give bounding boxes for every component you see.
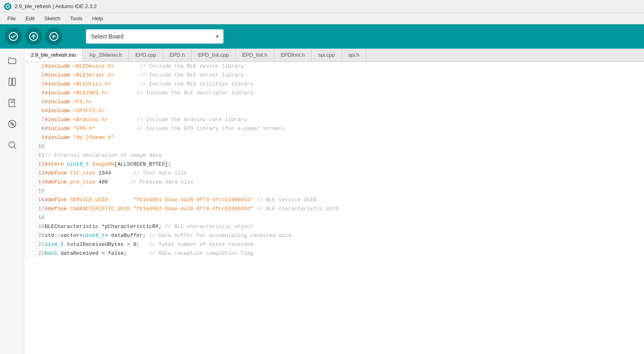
tab-epd-cpp[interactable]: EPD.cpp — [129, 49, 163, 62]
line-number: 11 — [24, 151, 45, 160]
line-number: 1 — [24, 62, 45, 71]
line-code[interactable]: BLECharacteristic *pCharacteristicRX; //… — [45, 222, 644, 231]
line-number: 21 — [24, 240, 45, 249]
menu-item-file[interactable]: File — [3, 15, 20, 22]
line-number: 14 — [24, 178, 45, 187]
line-number: 19 — [24, 222, 45, 231]
books-icon[interactable] — [5, 96, 19, 110]
line-code[interactable]: #include <FS.h> — [45, 98, 644, 107]
line-code[interactable]: #define txt_size 1944 // Text data size — [45, 169, 644, 178]
line-code[interactable]: #include <BLE2902.h> // Include the BLE … — [45, 89, 644, 98]
line-number: 7 — [24, 115, 45, 124]
line-code[interactable]: #include <SPIFFS.h> — [45, 107, 644, 115]
line-number: 22 — [24, 249, 45, 258]
table-row: 2 #include <BLEServer.h> // Include the … — [24, 71, 644, 80]
table-row: 15 — [24, 187, 644, 196]
line-number: 6 — [24, 107, 45, 115]
table-row: 17 #define CHARACTERISTIC_UUID "fb1e4002… — [24, 205, 644, 213]
line-number: 2 — [24, 71, 45, 80]
search-icon[interactable] — [5, 138, 19, 152]
tab-ap29demo[interactable]: Ap_29demo.h — [83, 49, 129, 62]
main-layout: 2.9_ble_refresh.ino Ap_29demo.h EPD.cpp … — [0, 49, 644, 354]
code-table: 1 #include <BLEDevice.h> // Include the … — [24, 62, 644, 258]
table-row: 4 #include <BLE2902.h> // Include the BL… — [24, 89, 644, 98]
line-number: 15 — [24, 187, 45, 196]
table-row: 8 #include "EPD.h" // Include the EPD li… — [24, 124, 644, 133]
line-number: 4 — [24, 89, 45, 98]
tab-spi-cpp[interactable]: spi.cpp — [311, 49, 341, 62]
line-code[interactable]: #include "EPD.h" // Include the EPD libr… — [45, 124, 644, 133]
svg-marker-4 — [53, 35, 56, 38]
table-row: 7 #include <Arduino.h> // Include the Ar… — [24, 115, 644, 124]
line-number: 18 — [24, 213, 45, 222]
table-row: 6 #include <SPIFFS.h> — [24, 107, 644, 115]
table-row: 14 #define pre_size 480 // Preview data … — [24, 178, 644, 187]
svg-rect-6 — [13, 78, 15, 85]
menu-bar: FileEditSketchToolsHelp — [0, 13, 644, 24]
line-number: 13 — [24, 169, 45, 178]
line-number: 16 — [24, 196, 45, 205]
line-number: 10 — [24, 142, 45, 151]
board-select-wrapper[interactable]: Select Board — [66, 29, 224, 44]
line-code[interactable]: // External declaration of image data — [45, 151, 644, 160]
tab-ble-refresh[interactable]: 2.9_ble_refresh.ino — [24, 49, 83, 62]
menu-item-sketch[interactable]: Sketch — [40, 15, 64, 22]
table-row: 20 std::vector<uint8_t> dataBuffer; // D… — [24, 231, 644, 240]
svg-rect-5 — [9, 78, 12, 85]
toolbar: Select Board — [0, 24, 644, 49]
table-row: 1 #include <BLEDevice.h> // Include the … — [24, 62, 644, 71]
line-code[interactable]: size_t totalReceivedBytes = 0; // Total … — [45, 240, 644, 249]
line-number: 20 — [24, 231, 45, 240]
app-logo — [4, 3, 11, 10]
line-code[interactable]: extern uint8_t ImageBW[ALLSCREEN_BYTES]; — [45, 160, 644, 169]
folder-icon[interactable] — [5, 53, 19, 68]
line-code[interactable]: #include "Ap_29demo.h" — [45, 133, 644, 142]
title-bar: 2.9_ble_refresh | Arduino IDE 2.3.2 — [0, 0, 644, 13]
table-row: 16 #define SERVICE_UUID "fb1e4001-54ae-4… — [24, 196, 644, 205]
line-code[interactable] — [45, 213, 644, 222]
tab-epd-init-h[interactable]: EPD_Init.h — [236, 49, 274, 62]
editor-area: 2.9_ble_refresh.ino Ap_29demo.h EPD.cpp … — [24, 49, 644, 354]
library-icon[interactable] — [5, 75, 19, 89]
line-number: 8 — [24, 124, 45, 133]
table-row: 19 BLECharacteristic *pCharacteristicRX;… — [24, 222, 644, 231]
window-title: 2.9_ble_refresh | Arduino IDE 2.3.2 — [15, 3, 97, 9]
line-code[interactable]: #include <BLEDevice.h> // Include the BL… — [45, 62, 644, 71]
menu-item-help[interactable]: Help — [88, 15, 107, 22]
line-code[interactable] — [45, 187, 644, 196]
debugger-button[interactable] — [45, 28, 62, 45]
line-code[interactable]: bool dataReceived = false; // Data recep… — [45, 249, 644, 258]
line-number: 5 — [24, 98, 45, 107]
line-code[interactable]: #include <BLEServer.h> // Include the BL… — [45, 71, 644, 80]
table-row: 11 // External declaration of image data — [24, 151, 644, 160]
sidebar — [0, 49, 24, 354]
line-code[interactable]: #define pre_size 480 // Preview data siz… — [45, 178, 644, 187]
upload-button[interactable] — [25, 28, 42, 45]
table-row: 5 #include <FS.h> — [24, 98, 644, 107]
tab-epdfont-h[interactable]: EPDfont.h — [274, 49, 311, 62]
line-code[interactable]: #define SERVICE_UUID "fb1e4001-54ae-4a28… — [45, 196, 644, 205]
code-editor[interactable]: 1 #include <BLEDevice.h> // Include the … — [24, 62, 644, 354]
verify-button[interactable] — [5, 28, 22, 45]
line-number: 17 — [24, 205, 45, 213]
tab-spi-h[interactable]: spi.h — [342, 49, 366, 62]
table-row: 12 extern uint8_t ImageBW[ALLSCREEN_BYTE… — [24, 160, 644, 169]
line-code[interactable]: #include <Arduino.h> // Include the Ardu… — [45, 115, 644, 124]
tab-epd-h[interactable]: EPD.h — [163, 49, 192, 62]
menu-item-tools[interactable]: Tools — [66, 15, 86, 22]
menu-item-edit[interactable]: Edit — [21, 15, 38, 22]
debug-icon[interactable] — [5, 117, 19, 131]
table-row: 22 bool dataReceived = false; // Data re… — [24, 249, 644, 258]
line-code[interactable] — [45, 142, 644, 151]
table-row: 21 size_t totalReceivedBytes = 0; // Tot… — [24, 240, 644, 249]
table-row: 10 — [24, 142, 644, 151]
tab-epd-init-cpp[interactable]: EPD_Init.cpp — [192, 49, 236, 62]
line-code[interactable]: #define CHARACTERISTIC_UUID "fb1e4002-54… — [45, 205, 644, 213]
board-select[interactable]: Select Board — [86, 29, 224, 44]
table-row: 9 #include "Ap_29demo.h" — [24, 133, 644, 142]
line-number: 9 — [24, 133, 45, 142]
line-code[interactable]: std::vector<uint8_t> dataBuffer; // Data… — [45, 231, 644, 240]
table-row: 18 — [24, 213, 644, 222]
svg-line-14 — [14, 147, 16, 149]
line-code[interactable]: #include <BLEUtils.h> // Include the BLE… — [45, 80, 644, 89]
